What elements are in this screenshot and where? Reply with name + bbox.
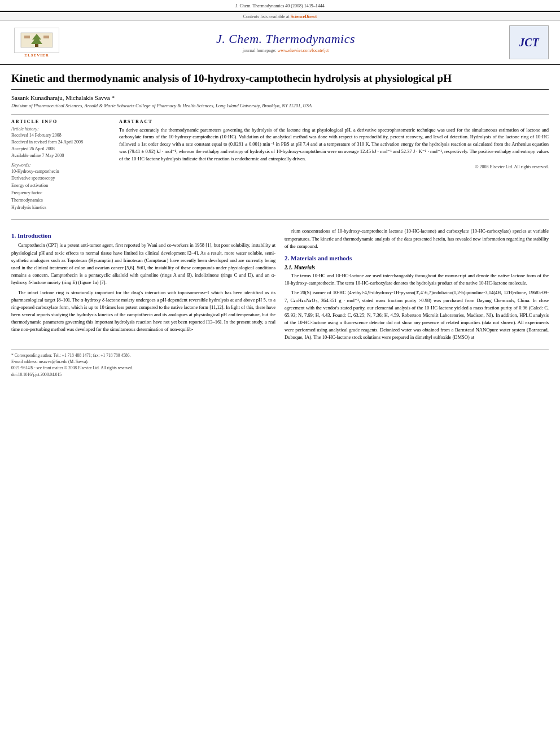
body-col2-text: rium concentrations of 10-hydroxy-campto… (285, 228, 549, 341)
elsevier-logo-img (14, 28, 59, 53)
subsection21-title: 2.1. Materials (285, 265, 549, 270)
corresponding-author: * Corresponding author. Tel.: +1 718 488… (11, 352, 549, 359)
copyright-bottom: 0021-9614/$ - see front matter © 2008 El… (11, 365, 549, 371)
keyword-item: Thermodynamics (11, 197, 110, 204)
available-online: Available online 7 May 2008 (11, 152, 110, 159)
email-footnote: E-mail address: msavva@liu.edu (M. Savva… (11, 359, 549, 365)
article-title: Kinetic and thermodynamic analysis of 10… (11, 72, 549, 90)
journal-main-title-block: J. Chem. Thermodynamics journal homepage… (62, 32, 509, 53)
body-columns: 1. Introduction Camptothecin (CPT) is a … (11, 228, 549, 343)
keyword-item: 10-Hydroxy-camptothecin (11, 168, 110, 176)
keywords-block: Keywords: 10-Hydroxy-camptothecinDerivat… (11, 163, 110, 212)
elsevier-logo: ELSEVIER (11, 28, 62, 58)
abstract-copyright: © 2008 Elsevier Ltd. All rights reserved… (119, 164, 549, 169)
main-content: Kinetic and thermodynamic analysis of 10… (0, 65, 560, 384)
abstract-col: ABSTRACT To derive accurately the thermo… (119, 119, 549, 215)
keywords-list: 10-Hydroxy-camptothecinDerivative spectr… (11, 168, 110, 212)
elsevier-logo-svg (20, 32, 54, 49)
journal-homepage: journal homepage: www.elsevier.com/locat… (62, 48, 509, 53)
keyword-item: Energy of activation (11, 182, 110, 190)
body-paragraph: The 20(S) isomer of 10-HC (4-ethyl-4,9-d… (285, 289, 549, 341)
abstract-label: ABSTRACT (119, 119, 549, 124)
body-paragraph: The terms 10-HC and 10-HC-lactone are us… (285, 272, 549, 287)
section2-title: 2. Materials and methods (285, 255, 549, 261)
info-abstract-row: ARTICLE INFO Article history: Received 1… (11, 114, 549, 220)
received2: Received in revised form 24 April 2008 (11, 139, 110, 146)
affiliation: Division of Pharmaceutical Sciences, Arn… (11, 103, 549, 108)
doi-line: doi:10.1016/j.jct.2008.04.015 (11, 372, 549, 377)
body-col1-text: Camptothecin (CPT) is a potent anti-tumo… (11, 242, 275, 333)
authors: Sasank Kunadharaju, Michalakis Savva * (11, 94, 549, 101)
journal-title-bar: ELSEVIER J. Chem. Thermodynamics journal… (0, 21, 560, 65)
keyword-item: Hydrolysis kinetics (11, 204, 110, 212)
homepage-url[interactable]: www.elsevier.com/locate/jct (278, 48, 329, 53)
abstract-text: To derive accurately the thermodynamic p… (119, 126, 549, 163)
body-col-right: rium concentrations of 10-hydroxy-campto… (285, 228, 549, 343)
history-label: Article history: (11, 126, 110, 132)
body-col-left: 1. Introduction Camptothecin (CPT) is a … (11, 228, 275, 343)
elsevier-label: ELSEVIER (24, 53, 49, 58)
footnote-section: * Corresponding author. Tel.: +1 718 488… (11, 350, 549, 378)
received1: Received 14 February 2008 (11, 132, 110, 139)
article-info-label: ARTICLE INFO (11, 119, 110, 124)
keyword-item: Derivative spectroscopy (11, 175, 110, 182)
accepted: Accepted 26 April 2008 (11, 146, 110, 152)
jct-logo: JCT (509, 25, 549, 59)
body-paragraph: rium concentrations of 10-hydroxy-campto… (285, 228, 549, 250)
sd-text: Contents lists available at (243, 14, 291, 19)
journal-title: J. Chem. Thermodynamics (62, 32, 509, 46)
sciencedirect-bar: Contents lists available at ScienceDirec… (0, 12, 560, 21)
keywords-label: Keywords: (11, 163, 110, 168)
keyword-item: Frequency factor (11, 190, 110, 197)
section1-title: 1. Introduction (11, 232, 275, 239)
journal-citation: J. Chem. Thermodynamics 40 (2008) 1439–1… (235, 3, 324, 8)
svg-rect-2 (35, 44, 38, 47)
journal-header: J. Chem. Thermodynamics 40 (2008) 1439–1… (0, 0, 560, 12)
article-info-col: ARTICLE INFO Article history: Received 1… (11, 119, 110, 215)
body-paragraph: The intact lactone ring is structurally … (11, 289, 275, 334)
article-history-block: Article history: Received 14 February 20… (11, 126, 110, 159)
sd-link[interactable]: ScienceDirect (291, 14, 317, 19)
body-paragraph: Camptothecin (CPT) is a potent anti-tumo… (11, 242, 275, 286)
